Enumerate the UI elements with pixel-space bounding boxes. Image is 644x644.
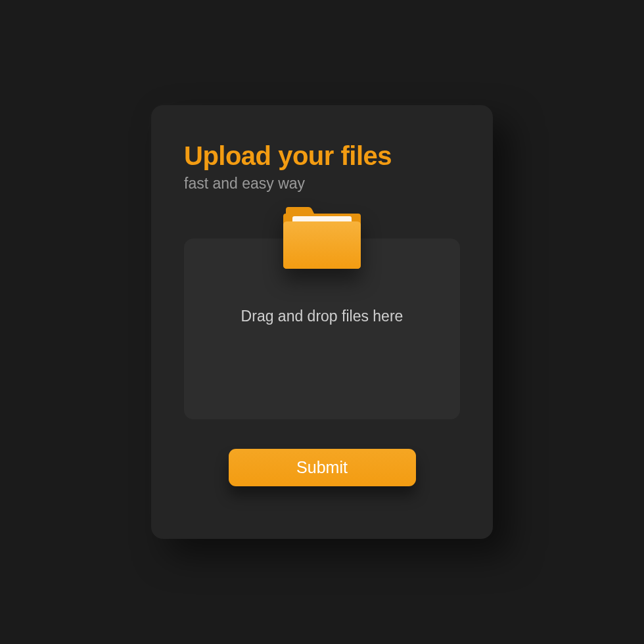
card-title: Upload your files <box>184 141 460 171</box>
upload-card: Upload your files fast and easy way <box>151 105 493 539</box>
card-subtitle: fast and easy way <box>184 175 460 193</box>
dropzone-text: Drag and drop files here <box>241 308 403 325</box>
file-dropzone[interactable]: Drag and drop files here <box>184 239 460 419</box>
submit-button[interactable]: Submit <box>229 449 416 486</box>
folder-icon <box>283 207 361 273</box>
